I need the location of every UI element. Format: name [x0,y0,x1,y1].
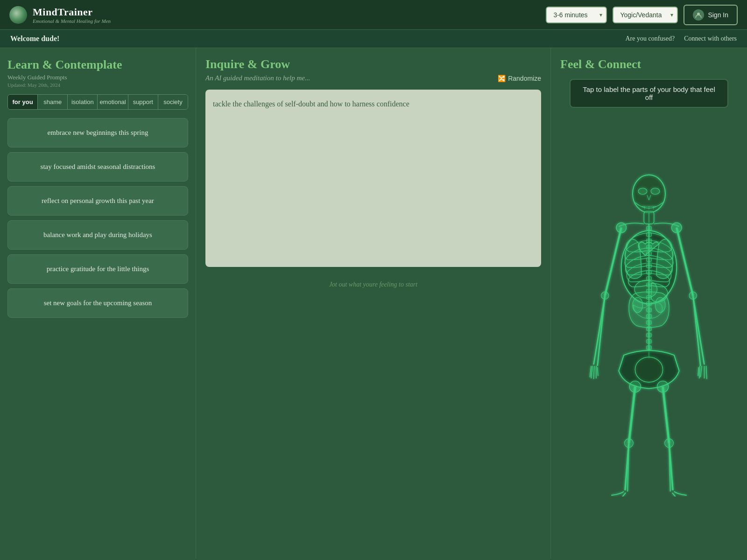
svg-point-35 [616,223,627,233]
confused-link[interactable]: Are you confused? [625,35,675,42]
svg-line-49 [663,386,669,443]
body-diagram[interactable] [570,170,728,497]
brand-title: MindTrainer [33,6,111,18]
tab-emotional[interactable]: emotional [98,95,128,109]
panel-title: Learn & Contemplate [7,57,188,72]
panel-updated: Updated: May 20th, 2024 [7,82,188,88]
panel-subtitle: Weekly Guided Prompts [7,74,188,81]
tab-isolation[interactable]: isolation [68,95,98,109]
svg-rect-14 [647,233,652,237]
sign-in-label: Sign In [708,11,728,19]
mid-panel: Inquire & Grow An AI guided meditation t… [196,48,551,559]
svg-rect-13 [647,226,652,230]
prompt-card[interactable]: stay focused amidst seasonal distraction… [7,152,188,182]
welcome-message: Welcome dude! [10,35,59,43]
prompt-card[interactable]: set new goals for the upcoming season [7,288,188,318]
right-title: Feel & Connect [560,57,641,71]
svg-point-2 [638,188,647,194]
svg-point-48 [625,439,634,448]
left-panel: Learn & Contemplate Weekly Guided Prompt… [0,48,196,559]
welcome-bar-links: Are you confused? Connect with others [625,35,737,42]
connect-link[interactable]: Connect with others [684,35,737,42]
tab-society[interactable]: society [158,95,188,109]
svg-rect-20 [647,270,652,274]
user-icon [693,9,704,21]
randomize-label: Randomize [508,75,541,82]
svg-point-45 [629,381,641,392]
tabs-row: for you shame isolation emotional suppor… [7,94,188,110]
jot-hint: Jot out what youre feeling to start [205,274,541,295]
tab-for-you[interactable]: for you [8,95,38,109]
svg-point-53 [665,439,674,448]
randomize-icon: 🔀 [498,75,506,82]
mid-title: Inquire & Grow [205,57,541,71]
svg-rect-30 [647,333,652,337]
prompts-list: embrace new beginnings this spring stay … [7,118,188,318]
tab-support[interactable]: support [128,95,158,109]
mid-subtitle-text: An AI guided meditation to help me... [205,74,310,82]
sign-in-button[interactable]: Sign In [684,5,738,25]
svg-rect-18 [647,258,652,261]
svg-point-40 [671,223,682,233]
meditation-textarea[interactable] [205,90,541,267]
body-diagram-container [560,117,738,549]
prompt-card[interactable]: reflect on personal growth this past yea… [7,186,188,216]
duration-select[interactable]: 1-3 minutes 3-6 minutes 6-10 minutes 10+… [546,7,607,23]
logo [9,6,27,24]
randomize-button[interactable]: 🔀 Randomize [498,75,541,82]
mid-subtitle: An AI guided meditation to help me... 🔀 … [205,74,541,82]
svg-point-56 [655,297,665,312]
tab-shame[interactable]: shame [38,95,68,109]
brand-text: MindTrainer Emotional & Mental Healing f… [33,6,111,24]
prompt-card[interactable]: embrace new beginnings this spring [7,118,188,147]
brand-subtitle: Emotional & Mental Healing for Men [33,18,111,24]
svg-line-42 [693,295,700,366]
svg-point-3 [651,188,660,194]
duration-select-wrapper: 1-3 minutes 3-6 minutes 6-10 minutes 10+… [546,7,607,23]
tap-label-button[interactable]: Tap to label the parts of your body that… [570,79,728,108]
svg-line-44 [629,386,635,443]
svg-line-34 [605,228,621,295]
tradition-select-wrapper: Yogic/Vedanta Buddhist Stoic Mindfulness [613,7,678,23]
svg-point-50 [657,381,669,392]
svg-rect-21 [647,277,652,280]
svg-point-38 [601,292,609,299]
svg-line-37 [598,295,605,366]
svg-line-39 [677,228,693,295]
main-layout: Learn & Contemplate Weekly Guided Prompt… [0,48,747,559]
welcome-bar: Welcome dude! Are you confused? Connect … [0,30,747,48]
brand: MindTrainer Emotional & Mental Healing f… [9,6,111,24]
svg-rect-32 [647,346,652,350]
navbar: MindTrainer Emotional & Mental Healing f… [0,0,747,30]
tradition-select[interactable]: Yogic/Vedanta Buddhist Stoic Mindfulness [613,7,678,23]
right-panel: Feel & Connect Tap to label the parts of… [551,48,747,559]
svg-rect-31 [647,339,652,343]
svg-point-55 [633,297,643,312]
svg-point-33 [635,357,662,382]
svg-rect-19 [647,264,652,268]
navbar-controls: 1-3 minutes 3-6 minutes 6-10 minutes 10+… [546,5,738,25]
svg-point-43 [689,292,697,299]
prompt-card[interactable]: balance work and play during holidays [7,220,188,250]
prompt-card[interactable]: practice gratitude for the little things [7,254,188,284]
